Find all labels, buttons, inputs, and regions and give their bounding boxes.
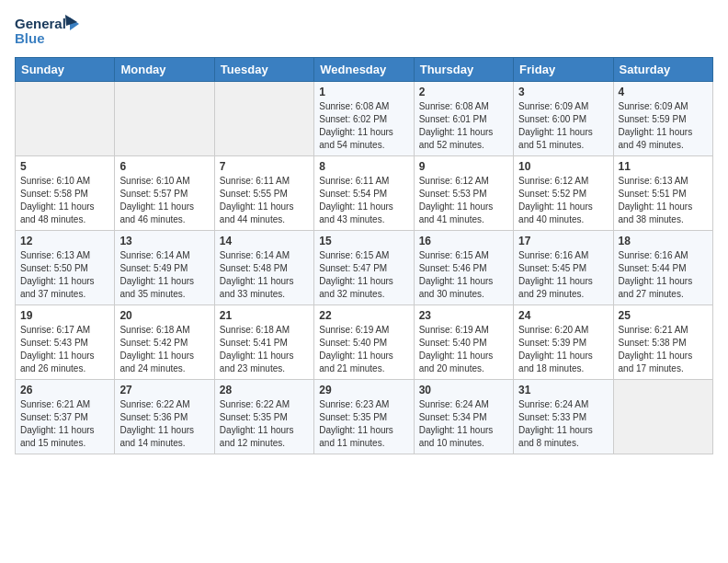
day-number: 19 xyxy=(20,309,109,322)
calendar-cell xyxy=(613,380,712,454)
calendar-cell: 9Sunrise: 6:12 AM Sunset: 5:53 PM Daylig… xyxy=(414,156,513,231)
calendar-cell: 19Sunrise: 6:17 AM Sunset: 5:43 PM Dayli… xyxy=(16,305,115,380)
day-number: 29 xyxy=(319,384,408,396)
day-number: 1 xyxy=(319,86,408,98)
day-number: 22 xyxy=(319,309,408,322)
calendar-cell: 1Sunrise: 6:08 AM Sunset: 6:02 PM Daylig… xyxy=(314,82,414,156)
weekday-header-wednesday: Wednesday xyxy=(314,58,414,82)
day-info: Sunrise: 6:08 AM Sunset: 6:01 PM Dayligh… xyxy=(419,100,508,152)
calendar-cell: 24Sunrise: 6:20 AM Sunset: 5:39 PM Dayli… xyxy=(514,305,613,380)
calendar-cell: 12Sunrise: 6:13 AM Sunset: 5:50 PM Dayli… xyxy=(16,231,115,305)
day-info: Sunrise: 6:22 AM Sunset: 5:36 PM Dayligh… xyxy=(119,398,209,450)
day-number: 6 xyxy=(119,160,209,173)
calendar-week-4: 19Sunrise: 6:17 AM Sunset: 5:43 PM Dayli… xyxy=(16,305,713,380)
day-number: 13 xyxy=(119,235,209,247)
day-info: Sunrise: 6:09 AM Sunset: 6:00 PM Dayligh… xyxy=(518,100,608,152)
calendar-cell: 8Sunrise: 6:11 AM Sunset: 5:54 PM Daylig… xyxy=(314,156,414,231)
day-info: Sunrise: 6:14 AM Sunset: 5:48 PM Dayligh… xyxy=(220,249,309,301)
day-info: Sunrise: 6:15 AM Sunset: 5:46 PM Dayligh… xyxy=(419,249,508,301)
day-number: 26 xyxy=(20,384,109,396)
day-number: 11 xyxy=(619,160,708,173)
day-number: 21 xyxy=(220,309,309,322)
day-number: 16 xyxy=(419,235,508,247)
calendar-cell: 31Sunrise: 6:24 AM Sunset: 5:33 PM Dayli… xyxy=(514,380,613,454)
day-info: Sunrise: 6:18 AM Sunset: 5:41 PM Dayligh… xyxy=(220,324,309,375)
day-number: 14 xyxy=(220,235,309,247)
weekday-header-tuesday: Tuesday xyxy=(214,58,313,82)
day-number: 2 xyxy=(419,86,508,98)
calendar-cell: 4Sunrise: 6:09 AM Sunset: 5:59 PM Daylig… xyxy=(613,82,712,156)
calendar-cell: 17Sunrise: 6:16 AM Sunset: 5:45 PM Dayli… xyxy=(514,231,613,305)
day-info: Sunrise: 6:11 AM Sunset: 5:54 PM Dayligh… xyxy=(319,175,408,226)
calendar-week-3: 12Sunrise: 6:13 AM Sunset: 5:50 PM Dayli… xyxy=(16,231,713,305)
day-info: Sunrise: 6:14 AM Sunset: 5:49 PM Dayligh… xyxy=(119,249,209,301)
day-number: 24 xyxy=(518,309,608,322)
calendar-cell: 25Sunrise: 6:21 AM Sunset: 5:38 PM Dayli… xyxy=(613,305,712,380)
day-info: Sunrise: 6:20 AM Sunset: 5:39 PM Dayligh… xyxy=(518,324,608,375)
day-info: Sunrise: 6:18 AM Sunset: 5:42 PM Dayligh… xyxy=(119,324,209,375)
day-info: Sunrise: 6:21 AM Sunset: 5:37 PM Dayligh… xyxy=(20,398,109,450)
calendar-cell: 15Sunrise: 6:15 AM Sunset: 5:47 PM Dayli… xyxy=(314,231,414,305)
day-info: Sunrise: 6:15 AM Sunset: 5:47 PM Dayligh… xyxy=(319,249,408,301)
calendar-cell xyxy=(214,82,313,156)
day-number: 8 xyxy=(319,160,408,173)
day-info: Sunrise: 6:22 AM Sunset: 5:35 PM Dayligh… xyxy=(220,398,309,450)
calendar-cell: 7Sunrise: 6:11 AM Sunset: 5:55 PM Daylig… xyxy=(214,156,313,231)
calendar-table: SundayMondayTuesdayWednesdayThursdayFrid… xyxy=(15,57,713,454)
calendar-cell: 28Sunrise: 6:22 AM Sunset: 5:35 PM Dayli… xyxy=(214,380,313,454)
day-info: Sunrise: 6:10 AM Sunset: 5:57 PM Dayligh… xyxy=(119,175,209,226)
day-number: 5 xyxy=(20,160,109,173)
day-info: Sunrise: 6:12 AM Sunset: 5:52 PM Dayligh… xyxy=(518,175,608,226)
svg-text:General: General xyxy=(15,16,66,31)
day-number: 27 xyxy=(119,384,209,396)
calendar-cell: 11Sunrise: 6:13 AM Sunset: 5:51 PM Dayli… xyxy=(613,156,712,231)
weekday-header-thursday: Thursday xyxy=(414,58,513,82)
day-number: 10 xyxy=(518,160,608,173)
calendar-cell: 16Sunrise: 6:15 AM Sunset: 5:46 PM Dayli… xyxy=(414,231,513,305)
calendar-cell: 20Sunrise: 6:18 AM Sunset: 5:42 PM Dayli… xyxy=(115,305,214,380)
calendar-cell: 29Sunrise: 6:23 AM Sunset: 5:35 PM Dayli… xyxy=(314,380,414,454)
day-info: Sunrise: 6:19 AM Sunset: 5:40 PM Dayligh… xyxy=(319,324,408,375)
day-info: Sunrise: 6:13 AM Sunset: 5:50 PM Dayligh… xyxy=(20,249,109,301)
calendar-week-1: 1Sunrise: 6:08 AM Sunset: 6:02 PM Daylig… xyxy=(16,82,713,156)
calendar-cell: 3Sunrise: 6:09 AM Sunset: 6:00 PM Daylig… xyxy=(514,82,613,156)
day-number: 18 xyxy=(619,235,708,247)
calendar-cell xyxy=(16,82,115,156)
calendar-cell: 14Sunrise: 6:14 AM Sunset: 5:48 PM Dayli… xyxy=(214,231,313,305)
day-number: 23 xyxy=(419,309,508,322)
calendar-cell: 30Sunrise: 6:24 AM Sunset: 5:34 PM Dayli… xyxy=(414,380,513,454)
day-number: 28 xyxy=(220,384,309,396)
calendar-cell: 6Sunrise: 6:10 AM Sunset: 5:57 PM Daylig… xyxy=(115,156,214,231)
day-info: Sunrise: 6:23 AM Sunset: 5:35 PM Dayligh… xyxy=(319,398,408,450)
weekday-header-monday: Monday xyxy=(115,58,214,82)
day-info: Sunrise: 6:12 AM Sunset: 5:53 PM Dayligh… xyxy=(419,175,508,226)
day-info: Sunrise: 6:21 AM Sunset: 5:38 PM Dayligh… xyxy=(619,324,708,375)
day-number: 31 xyxy=(518,384,608,396)
day-info: Sunrise: 6:19 AM Sunset: 5:40 PM Dayligh… xyxy=(419,324,508,375)
day-number: 30 xyxy=(419,384,508,396)
day-number: 9 xyxy=(419,160,508,173)
calendar-cell: 21Sunrise: 6:18 AM Sunset: 5:41 PM Dayli… xyxy=(214,305,313,380)
logo: GeneralBlue xyxy=(15,15,88,48)
page-header: GeneralBlue xyxy=(15,15,713,48)
day-number: 7 xyxy=(220,160,309,173)
calendar-cell: 23Sunrise: 6:19 AM Sunset: 5:40 PM Dayli… xyxy=(414,305,513,380)
day-number: 4 xyxy=(619,86,708,98)
day-number: 3 xyxy=(518,86,608,98)
calendar-week-5: 26Sunrise: 6:21 AM Sunset: 5:37 PM Dayli… xyxy=(16,380,713,454)
day-info: Sunrise: 6:10 AM Sunset: 5:58 PM Dayligh… xyxy=(20,175,109,226)
day-info: Sunrise: 6:09 AM Sunset: 5:59 PM Dayligh… xyxy=(619,100,708,152)
day-number: 20 xyxy=(119,309,209,322)
day-info: Sunrise: 6:08 AM Sunset: 6:02 PM Dayligh… xyxy=(319,100,408,152)
day-number: 17 xyxy=(518,235,608,247)
day-info: Sunrise: 6:16 AM Sunset: 5:45 PM Dayligh… xyxy=(518,249,608,301)
day-number: 12 xyxy=(20,235,109,247)
calendar-cell: 5Sunrise: 6:10 AM Sunset: 5:58 PM Daylig… xyxy=(16,156,115,231)
svg-text:Blue: Blue xyxy=(15,30,45,46)
calendar-header-row: SundayMondayTuesdayWednesdayThursdayFrid… xyxy=(16,58,713,82)
day-info: Sunrise: 6:11 AM Sunset: 5:55 PM Dayligh… xyxy=(220,175,309,226)
calendar-week-2: 5Sunrise: 6:10 AM Sunset: 5:58 PM Daylig… xyxy=(16,156,713,231)
logo-svg: GeneralBlue xyxy=(15,15,88,48)
calendar-cell: 26Sunrise: 6:21 AM Sunset: 5:37 PM Dayli… xyxy=(16,380,115,454)
weekday-header-sunday: Sunday xyxy=(16,58,115,82)
